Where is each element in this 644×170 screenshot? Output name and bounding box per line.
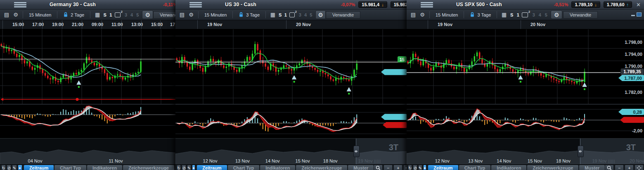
bottom-toolbar: ↻ ⊘ ✎ ZeitraumChart TypIndikatorenZeiche… (175, 164, 407, 170)
layout-s-button[interactable]: S (509, 12, 515, 17)
calendar-icon[interactable]: ▦ (500, 11, 509, 19)
chart-list-icon[interactable]: ▤ (2, 11, 11, 19)
tab-indikatoren[interactable]: Indikatoren (87, 165, 122, 170)
price-chart[interactable]: 1.798,001.794,001.790,001.782,001.789,35… (407, 29, 644, 104)
tab-chart-typ[interactable]: Chart Typ (228, 165, 260, 170)
layout-1-button[interactable]: 1 (283, 12, 288, 17)
close-icon[interactable]: ✕ (636, 2, 641, 8)
pencil-icon[interactable]: ✎ (187, 165, 191, 170)
chart-list-icon[interactable]: ▤ (409, 11, 418, 19)
interval-select[interactable]: 15 Minuten (201, 11, 230, 19)
layout-3-button[interactable]: 3 (297, 12, 303, 17)
window-minimize-icon[interactable] (631, 15, 635, 16)
layout-2-button[interactable]: 2 (522, 12, 528, 17)
price-chart[interactable]: 15 (175, 29, 407, 104)
prohibit-icon[interactable]: ⊘ (182, 165, 186, 170)
layout-settings-gear-icon[interactable]: ⚙ (142, 10, 153, 19)
sell-price-button[interactable]: 15.981,4↓ (358, 1, 387, 8)
tab-muster[interactable]: Muster (348, 165, 374, 170)
range-select[interactable]: 2 Tage (60, 11, 88, 19)
pencil-icon[interactable]: ✎ (12, 165, 17, 170)
tab-zeitraum[interactable]: Zeitraum (24, 165, 54, 170)
price-chart[interactable] (0, 29, 175, 104)
interval-select[interactable]: 15 Minuten (432, 11, 461, 19)
calendar-icon[interactable]: ▦ (93, 11, 102, 19)
spinner-icon[interactable] (423, 165, 426, 170)
chart-list-icon[interactable]: ▤ (178, 11, 187, 19)
related-button[interactable]: Verwandte (153, 11, 175, 19)
spinner-icon[interactable] (192, 165, 195, 170)
tab-zeichenwerkzeuge[interactable]: Zeichenwerkzeuge (527, 165, 578, 170)
zoom-in-button[interactable]: + (625, 165, 634, 170)
layout-5-button[interactable]: 5 (543, 12, 549, 17)
layout-4-button[interactable]: 4 (303, 12, 308, 17)
zoom-out-button[interactable]: − (384, 165, 393, 170)
tab-indikatoren[interactable]: Indikatoren (491, 165, 526, 170)
menu-icon[interactable] (14, 2, 26, 7)
buy-price-button[interactable]: 15.982,8↑ (391, 1, 407, 8)
menu-icon[interactable] (189, 2, 202, 7)
zoom-in-button[interactable]: + (393, 165, 402, 170)
range-navigator[interactable]: 04 Nov11 Nov (0, 138, 175, 164)
chart-settings-gear-icon[interactable]: ⚙ (11, 11, 20, 19)
window-maximize-icon[interactable] (637, 12, 642, 17)
range-handle[interactable] (578, 146, 584, 157)
layout-5-button[interactable]: 5 (308, 12, 314, 17)
crosshair-icon[interactable] (403, 165, 407, 170)
range-navigator[interactable]: 3T12 Nov13 Nov14 Nov15 Nov18 Nov19 Nov||… (175, 138, 407, 164)
price-down-icon: ↓ (381, 2, 384, 7)
related-button[interactable]: Verwandte (326, 11, 360, 19)
layout-3-button[interactable]: 3 (123, 12, 129, 17)
tab-zeichenwerkzeuge[interactable]: Zeichenwerkzeuge (123, 165, 174, 170)
indicator-pane[interactable] (175, 105, 407, 138)
interval-select[interactable]: 15 Minuten (26, 11, 54, 19)
spinner-icon[interactable] (18, 165, 22, 170)
layout-5-button[interactable]: 5 (135, 12, 140, 17)
chart-settings-gear-icon[interactable]: ⚙ (418, 11, 427, 19)
calendar-icon[interactable]: ▦ (268, 11, 277, 19)
refresh-icon[interactable]: ↻ (408, 165, 412, 170)
tab-chart-typ[interactable]: Chart Typ (459, 165, 491, 170)
related-button[interactable]: Verwandte (563, 11, 598, 19)
layout-4-button[interactable]: 4 (129, 12, 135, 17)
layout-s-button[interactable]: S (277, 12, 283, 17)
layout-settings-gear-icon[interactable]: ⚙ (315, 10, 326, 19)
range-navigator[interactable]: 3T12 Nov13 Nov14 Nov15 Nov18 Nov19 Nov||… (407, 138, 644, 164)
tab-zeitraum[interactable]: Zeitraum (428, 165, 458, 170)
tab-muster[interactable]: Muster (579, 165, 605, 170)
layout-2-button[interactable]: 2 (115, 12, 121, 17)
navigator-tick-marks: ||||| (608, 159, 615, 163)
layout-4-button[interactable]: 4 (537, 12, 543, 17)
tab-chart-typ[interactable]: Chart Typ (54, 165, 86, 170)
indicator-pane[interactable]: -2,000,28 (407, 105, 644, 138)
range-select[interactable]: 3 Tage (466, 11, 494, 19)
range-handle[interactable] (353, 146, 360, 157)
layout-2-button[interactable]: 2 (289, 12, 295, 17)
tab-zeichenwerkzeuge[interactable]: Zeichenwerkzeuge (296, 165, 347, 170)
prohibit-icon[interactable]: ⊘ (7, 165, 11, 170)
refresh-icon[interactable]: ↻ (1, 165, 6, 170)
price-badge-dark: 1.789,35 (620, 68, 644, 75)
prohibit-icon[interactable]: ⊘ (413, 165, 417, 170)
sell-price-button[interactable]: 1.789,10↓ (571, 1, 600, 8)
tab-indikatoren[interactable]: Indikatoren (260, 165, 295, 170)
zoom-out-button[interactable]: − (615, 165, 624, 170)
magnifier-icon[interactable] (374, 165, 383, 170)
buy-price-button[interactable]: 1.789,60↑ (604, 1, 632, 8)
chart-settings-gear-icon[interactable]: ⚙ (187, 11, 196, 19)
refresh-icon[interactable]: ↻ (177, 165, 181, 170)
layout-1-button[interactable]: 1 (515, 12, 521, 17)
range-select[interactable]: 3 Tage (235, 11, 263, 19)
tab-zeitraum[interactable]: Zeitraum (197, 165, 227, 170)
range-label: 3 Tage (477, 12, 491, 17)
layout-settings-gear-icon[interactable]: ⚙ (551, 10, 562, 19)
menu-icon[interactable] (421, 2, 433, 7)
window-titlebar: US 30 - Cash -0,07% 15.981,4↓ 15.982,8↑ (175, 0, 407, 10)
crosshair-icon[interactable] (635, 165, 644, 170)
layout-1-button[interactable]: 1 (108, 12, 114, 17)
layout-s-button[interactable]: S (102, 12, 108, 17)
indicator-pane[interactable] (0, 105, 175, 138)
magnifier-icon[interactable] (605, 165, 614, 170)
pencil-icon[interactable]: ✎ (418, 165, 422, 170)
layout-3-button[interactable]: 3 (530, 12, 537, 17)
